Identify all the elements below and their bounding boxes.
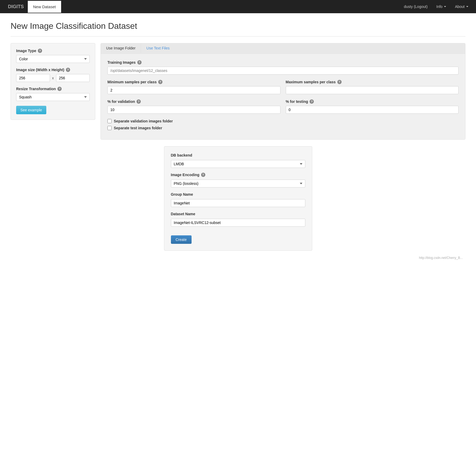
db-backend-group: DB backend LMDB HDF5 (171, 153, 305, 168)
tab-use-text-files[interactable]: Use Text Files (141, 43, 175, 53)
size-row: x (16, 74, 90, 82)
max-samples-group: Maximum samples per class ? (286, 80, 459, 94)
pct-validation-help-icon[interactable]: ? (137, 99, 141, 104)
training-images-input[interactable] (107, 67, 459, 75)
min-samples-help-icon[interactable]: ? (158, 80, 162, 84)
min-samples-input[interactable] (107, 86, 280, 94)
training-images-label: Training Images ? (107, 60, 459, 65)
separate-validation-text: Separate validation images folder (114, 119, 173, 123)
image-size-group: Image size (Width x Height) ? x (16, 68, 90, 82)
info-dropdown[interactable]: Info (433, 2, 450, 11)
navbar: DIGITS New Dataset dusty (Logout) Info A… (0, 0, 476, 13)
group-name-input[interactable] (171, 199, 305, 207)
size-x-label: x (52, 76, 54, 80)
page-divider (11, 36, 465, 36)
navbar-right: dusty (Logout) Info About (400, 2, 472, 11)
info-caret-icon (444, 6, 446, 7)
separate-validation-checkbox[interactable] (107, 119, 112, 123)
resize-label: Resize Transformation ? (16, 87, 90, 91)
pct-validation-input[interactable] (107, 106, 280, 114)
min-samples-group: Minimum samples per class ? (107, 80, 280, 94)
bottom-section: DB backend LMDB HDF5 Image Encoding ? PN… (164, 146, 312, 251)
image-type-group: Image Type ? Color Grayscale (16, 49, 90, 63)
separate-test-text: Separate test images folder (114, 126, 162, 130)
about-dropdown[interactable]: About (451, 2, 472, 11)
tab-content: Training Images ? Minimum samples per cl… (101, 54, 465, 139)
pct-testing-input[interactable] (286, 106, 459, 114)
info-label: Info (436, 4, 442, 9)
pct-testing-group: % for testing ? (286, 99, 459, 114)
image-size-label: Image size (Width x Height) ? (16, 68, 90, 72)
tabs-container: Use Image Folder Use Text Files Training… (101, 43, 465, 140)
create-button[interactable]: Create (171, 235, 192, 244)
image-type-label: Image Type ? (16, 49, 90, 53)
pct-testing-help-icon[interactable]: ? (310, 99, 314, 104)
image-encoding-label: Image Encoding ? (171, 173, 305, 177)
max-samples-help-icon[interactable]: ? (337, 80, 342, 84)
brand-logo[interactable]: DIGITS (4, 4, 28, 10)
training-images-help-icon[interactable]: ? (137, 60, 142, 65)
tab-use-image-folder[interactable]: Use Image Folder (101, 43, 141, 53)
tabs-header: Use Image Folder Use Text Files (101, 43, 465, 54)
db-backend-select[interactable]: LMDB HDF5 (171, 160, 305, 168)
page-title: New Image Classification Dataset (11, 21, 465, 31)
dataset-name-label: Dataset Name (171, 212, 305, 216)
dataset-name-group: Dataset Name (171, 212, 305, 227)
image-encoding-group: Image Encoding ? PNG (lossless) JPEG Non… (171, 173, 305, 187)
separate-test-checkbox[interactable] (107, 126, 112, 130)
max-samples-label: Maximum samples per class ? (286, 80, 459, 84)
group-name-label: Group Name (171, 192, 305, 196)
about-label: About (455, 4, 465, 9)
footer-text: http://blog.csdn.net/Cherry_B... (11, 256, 465, 260)
max-samples-input[interactable] (286, 86, 459, 94)
resize-help-icon[interactable]: ? (57, 87, 62, 91)
checkbox-group: Separate validation images folder Separa… (107, 119, 459, 130)
see-example-button[interactable]: See example (16, 106, 46, 114)
image-encoding-help-icon[interactable]: ? (201, 173, 205, 177)
image-height-input[interactable] (56, 74, 90, 82)
samples-row: Minimum samples per class ? Maximum samp… (107, 80, 459, 94)
image-size-help-icon[interactable]: ? (66, 68, 70, 72)
pct-validation-group: % for validation ? (107, 99, 280, 114)
db-backend-label: DB backend (171, 153, 305, 157)
dataset-name-input[interactable] (171, 219, 305, 227)
image-width-input[interactable] (16, 74, 50, 82)
image-type-select[interactable]: Color Grayscale (16, 55, 90, 63)
left-panel: Image Type ? Color Grayscale Image size … (11, 43, 95, 120)
pct-validation-label: % for validation ? (107, 99, 280, 104)
image-encoding-select[interactable]: PNG (lossless) JPEG None (171, 180, 305, 187)
training-images-group: Training Images ? (107, 60, 459, 75)
main-layout: Image Type ? Color Grayscale Image size … (11, 43, 465, 140)
separate-test-checkbox-label[interactable]: Separate test images folder (107, 126, 459, 130)
resize-select[interactable]: Squash Crop Fill Half Crop, Half Fill (16, 93, 90, 101)
about-caret-icon (466, 6, 468, 7)
pct-row: % for validation ? % for testing ? (107, 99, 459, 114)
right-panel: Use Image Folder Use Text Files Training… (101, 43, 465, 140)
user-logout-link[interactable]: dusty (Logout) (400, 2, 432, 11)
min-samples-label: Minimum samples per class ? (107, 80, 280, 84)
pct-testing-label: % for testing ? (286, 99, 459, 104)
image-type-help-icon[interactable]: ? (38, 49, 42, 53)
resize-group: Resize Transformation ? Squash Crop Fill… (16, 87, 90, 101)
separate-validation-checkbox-label[interactable]: Separate validation images folder (107, 119, 459, 123)
group-name-group: Group Name (171, 192, 305, 207)
active-tab-label: New Dataset (28, 1, 61, 13)
page-content: New Image Classification Dataset Image T… (0, 13, 476, 268)
